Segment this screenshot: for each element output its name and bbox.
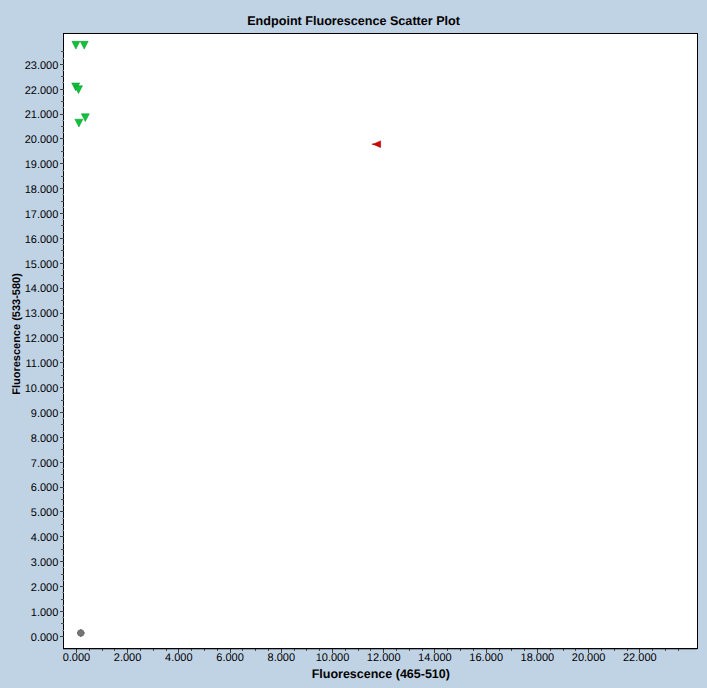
svg-text:14.000: 14.000 xyxy=(25,283,59,295)
svg-text:10.000: 10.000 xyxy=(25,383,59,395)
svg-text:17.000: 17.000 xyxy=(25,209,59,221)
svg-text:19.000: 19.000 xyxy=(25,159,59,171)
svg-text:9.000: 9.000 xyxy=(31,408,59,420)
svg-text:Fluorescence (533-580): Fluorescence (533-580) xyxy=(11,273,23,395)
svg-text:4.000: 4.000 xyxy=(31,532,59,544)
svg-text:18.000: 18.000 xyxy=(25,184,59,196)
svg-text:6.000: 6.000 xyxy=(216,652,244,664)
svg-text:16.000: 16.000 xyxy=(25,234,59,246)
svg-text:14.000: 14.000 xyxy=(418,652,452,664)
svg-text:3.000: 3.000 xyxy=(31,557,59,569)
svg-text:13.000: 13.000 xyxy=(25,308,59,320)
svg-text:0.000: 0.000 xyxy=(63,652,91,664)
svg-text:6.000: 6.000 xyxy=(31,482,59,494)
svg-text:12.000: 12.000 xyxy=(25,333,59,345)
svg-text:2.000: 2.000 xyxy=(31,582,59,594)
svg-text:1.000: 1.000 xyxy=(31,607,59,619)
svg-text:15.000: 15.000 xyxy=(25,259,59,271)
svg-text:8.000: 8.000 xyxy=(268,652,296,664)
svg-text:20.000: 20.000 xyxy=(572,652,606,664)
svg-text:23.000: 23.000 xyxy=(25,60,59,72)
svg-text:11.000: 11.000 xyxy=(25,358,58,370)
svg-text:22.000: 22.000 xyxy=(25,85,59,97)
svg-text:16.000: 16.000 xyxy=(469,652,503,664)
svg-text:Fluorescence (465-510): Fluorescence (465-510) xyxy=(312,667,450,681)
svg-text:4.000: 4.000 xyxy=(165,652,193,664)
svg-text:2.000: 2.000 xyxy=(114,652,142,664)
svg-text:22.000: 22.000 xyxy=(623,652,657,664)
svg-text:5.000: 5.000 xyxy=(31,507,59,519)
svg-text:8.000: 8.000 xyxy=(31,433,59,445)
svg-text:0.000: 0.000 xyxy=(31,632,59,644)
svg-text:18.000: 18.000 xyxy=(521,652,555,664)
svg-text:7.000: 7.000 xyxy=(31,458,59,470)
svg-text:21.000: 21.000 xyxy=(25,109,59,121)
svg-text:Endpoint Fluorescence Scatter: Endpoint Fluorescence Scatter Plot xyxy=(247,14,461,28)
svg-text:20.000: 20.000 xyxy=(25,134,59,146)
svg-text:12.000: 12.000 xyxy=(367,652,401,664)
svg-text:10.000: 10.000 xyxy=(316,652,350,664)
